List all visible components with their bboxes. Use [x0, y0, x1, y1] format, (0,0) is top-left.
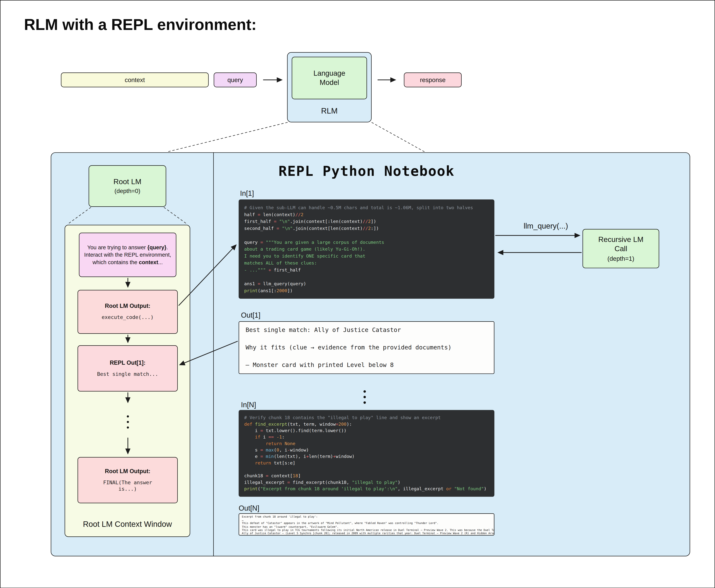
out1-output-box: Best single match: Ally of Justice Catas…: [239, 321, 495, 374]
panel-divider: [213, 152, 214, 556]
outN-output-box: Excerpt from chunk 18 around 'illegal to…: [239, 513, 495, 536]
root-lm-final-output-box: Root LM Output: FINAL(The answeris...): [78, 457, 178, 503]
language-model-label: Language Model: [310, 69, 349, 87]
dashed-rlm-expand-left: [167, 122, 288, 152]
response-box: response: [404, 72, 462, 87]
root-lm-text: Root LM (depth=0): [113, 178, 141, 194]
repl-out-code: Best single match...: [97, 371, 158, 377]
context-box: context: [61, 72, 209, 87]
diagram-canvas: RLM with a REPL environment: context que…: [0, 0, 715, 588]
out1-label: Out[1]: [241, 311, 260, 319]
root-lm-output-code: execute_code(...): [102, 314, 154, 321]
context-window-label: Root LM Context Window: [65, 520, 190, 529]
dashed-rlm-expand-right: [372, 122, 425, 152]
rlm-label: RLM: [287, 107, 372, 116]
recursive-lm-text: Recursive LM Call (depth=1): [594, 235, 648, 262]
final-output-code: FINAL(The answeris...): [103, 479, 152, 492]
repl-out-title: REPL Out[1]:: [110, 359, 146, 366]
prompt-text: You are trying to answer {query}. Intera…: [82, 244, 173, 266]
root-lm-box: Root LM (depth=0): [89, 165, 166, 207]
root-lm-depth: (depth=0): [113, 188, 141, 194]
context-label: context: [125, 77, 145, 83]
diagram-stage: RLM with a REPL environment: context que…: [0, 0, 715, 588]
repl-out-box: REPL Out[1]: Best single match...: [78, 345, 178, 392]
inN-label: In[N]: [241, 401, 256, 409]
response-label: response: [420, 77, 446, 83]
notebook-title: REPL Python Notebook: [256, 163, 477, 179]
inN-code-cell: # Verify chunk 18 contains the "illegal …: [239, 410, 495, 497]
recursive-lm-depth: (depth=1): [594, 255, 648, 262]
final-output-title: Root LM Output:: [105, 468, 150, 474]
page-title: RLM with a REPL environment:: [24, 16, 257, 34]
query-box: query: [214, 72, 257, 87]
recursive-lm-title: Recursive LM Call: [594, 235, 648, 253]
recursive-lm-call-box: Recursive LM Call (depth=1): [583, 229, 659, 268]
outN-label: Out[N]: [239, 504, 259, 512]
root-lm-output-box-1: Root LM Output: execute_code(...): [78, 290, 178, 334]
prompt-box: You are trying to answer {query}. Intera…: [79, 233, 176, 277]
llm-query-arrow-label: llm_query(...): [501, 222, 591, 230]
root-lm-title: Root LM: [113, 178, 141, 186]
in1-label: In[1]: [240, 189, 254, 197]
language-model-box: Language Model: [292, 57, 367, 100]
root-lm-output-title: Root LM Output:: [105, 303, 150, 309]
query-label: query: [227, 77, 243, 83]
in1-code-cell: # Given the sub-LLM can handle ~0.5M cha…: [239, 200, 495, 299]
